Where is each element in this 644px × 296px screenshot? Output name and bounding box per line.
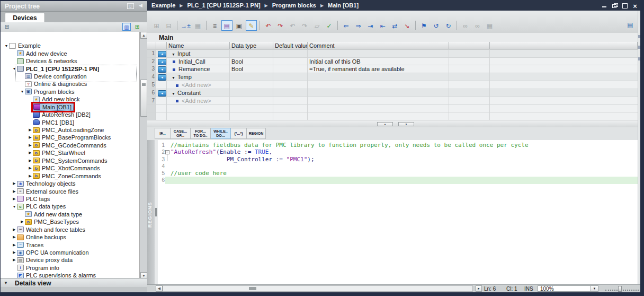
fold-collapse-icon[interactable]: − <box>165 150 169 154</box>
close-icon[interactable]: × <box>632 3 638 8</box>
expander-closed-icon[interactable]: ▶ <box>28 128 33 132</box>
code-line[interactable]: 3 PM_Controller := "PMC1"); <box>158 156 640 163</box>
cell-name[interactable]: ▼Constant <box>167 89 230 97</box>
code-line[interactable]: 1//maintains fieldbus data for PMC libra… <box>158 142 640 149</box>
indent-icon[interactable]: ⇥ <box>365 20 376 31</box>
expander-closed-icon[interactable]: ▶ <box>28 174 33 178</box>
tree-item-add-new-data-type[interactable]: ★Add new data type <box>1 211 140 218</box>
cell-comment[interactable] <box>308 73 449 81</box>
cell-comment[interactable] <box>308 81 449 89</box>
cell-datatype[interactable]: Bool <box>230 58 273 65</box>
tree-item-technology-objects[interactable]: ▶∗Technology objects <box>1 180 140 187</box>
tree-item-traces[interactable]: ▶~Traces <box>1 241 140 248</box>
expander-open-icon[interactable]: ▼ <box>12 67 17 71</box>
tree-item-pmc-zonecommands[interactable]: ▶bPMC_ZoneCommands <box>1 172 140 179</box>
zoom-slider[interactable] <box>605 288 639 291</box>
table-row[interactable]: 3◂RemanenceBool=True, if remanent data a… <box>147 65 638 73</box>
cell-name[interactable]: ▼Temp <box>167 73 230 81</box>
tree-item-pmc1-db1[interactable]: PMC1 [DB1] <box>1 118 140 126</box>
expander-closed-icon[interactable]: ▶ <box>28 135 33 140</box>
tree-item-add-new-device[interactable]: ★Add new device <box>1 49 140 57</box>
expander-closed-icon[interactable]: ▶ <box>12 228 17 232</box>
snippet-tab-[interactable]: (*...*) <box>231 128 247 139</box>
tree-filter-icon[interactable]: ⊞ <box>3 23 11 31</box>
cell-comment[interactable] <box>308 50 449 57</box>
tree-item-pmc-basetypes[interactable]: ▶bPMC_BaseTypes <box>1 218 140 225</box>
cell-default-value[interactable] <box>273 50 308 57</box>
tree-item-pmc-baseprogramblocks[interactable]: ▶bPMC_BaseProgramBlocks <box>1 134 140 141</box>
tab-devices[interactable]: Devices <box>5 13 45 23</box>
tree-item-add-new-block[interactable]: ★Add new block <box>1 95 140 103</box>
cell-default-value[interactable] <box>273 65 308 73</box>
breadcrumb-item[interactable]: Program blocks <box>272 2 316 8</box>
tree-item-main-ob1[interactable]: Main [OB1] <box>1 103 140 111</box>
cell-datatype[interactable] <box>230 81 273 89</box>
expander-closed-icon[interactable]: ▶ <box>12 243 17 247</box>
code-line[interactable]: 2−"AutoRefresh"(Enable := TRUE, <box>158 149 640 155</box>
snippets-icon[interactable]: ✎ <box>246 20 257 31</box>
hscroll-thumb[interactable] <box>249 287 256 290</box>
cell-name[interactable]: <Add new> <box>167 81 230 89</box>
tree-item-device-proxy-data[interactable]: ▶▤Device proxy data <box>1 256 140 264</box>
scroll-up-icon[interactable]: ▲ <box>140 32 147 39</box>
table-row[interactable]: 2◂Initial_CallBoolInitial call of this O… <box>147 58 638 66</box>
cell-name[interactable]: <Add new> <box>167 97 230 105</box>
tree-item-opc-ua-communication[interactable]: ▶◉OPC UA communication <box>1 249 140 256</box>
expander-open-icon[interactable]: ▼ <box>4 44 9 48</box>
cell-datatype[interactable]: Bool <box>230 65 273 73</box>
split-editor-icon[interactable]: ▤ <box>625 21 635 29</box>
restore-down-icon[interactable] <box>612 3 618 8</box>
tree-item-external-source-files[interactable]: ▶≡External source files <box>1 187 140 195</box>
tree-item-plc-tags[interactable]: ▶PLC tags <box>1 195 140 203</box>
tree-item-pmc-autoloadingzone[interactable]: ▶bPMC_AutoLoadingZone <box>1 126 140 134</box>
snippet-tab-caseof[interactable]: CASE... OF... <box>171 128 191 139</box>
redo-icon[interactable]: ↷ <box>275 20 286 31</box>
hscroll-left-icon[interactable]: ◀ <box>156 285 163 292</box>
expander-open-icon[interactable]: ▼ <box>20 90 25 93</box>
cell-datatype[interactable] <box>230 89 273 97</box>
panel-maximize-icon[interactable]: ▯ <box>127 3 134 9</box>
tree-item-plc-data-types[interactable]: ▼cPLC data types <box>1 203 140 210</box>
goto-next-icon[interactable]: ⇒ <box>353 20 364 31</box>
code-current-line[interactable]: 6 <box>158 177 640 184</box>
absolute-operands-icon[interactable]: ≡ <box>209 20 220 31</box>
undo-icon[interactable]: ↶ <box>263 20 274 31</box>
add-row-icon[interactable]: →± <box>180 20 191 31</box>
regions-tab[interactable]: REGIONS <box>147 196 155 233</box>
outdent-icon[interactable]: ⇤ <box>377 20 388 31</box>
format-icon[interactable]: ⇄ <box>389 20 400 31</box>
minimize-icon[interactable] <box>602 3 607 8</box>
expander-closed-icon[interactable]: ▶ <box>12 250 17 255</box>
expander-closed-icon[interactable]: ▶ <box>28 166 33 170</box>
cell-default-value[interactable] <box>273 97 308 105</box>
next-bookmark-icon[interactable]: ↻ <box>443 20 454 31</box>
group-expander-open-icon[interactable]: ▼ <box>172 53 175 56</box>
status-expand-icon[interactable]: ▸ <box>476 285 482 292</box>
cell-default-value[interactable] <box>273 58 308 65</box>
tree-item-device-configuration[interactable]: ▥Device configuration <box>1 73 140 80</box>
expander-closed-icon[interactable]: ▶ <box>12 197 17 201</box>
tree-item-autorefresh-db2[interactable]: AutoRefresh [DB2] <box>1 111 140 118</box>
snippet-tab-if[interactable]: IF... <box>155 128 171 139</box>
expand-collapse-icon[interactable]: ▣ <box>234 20 245 31</box>
tree-item-pmc-systemcommands[interactable]: ▶bPMC_SystemCommands <box>1 157 140 164</box>
cell-default-value[interactable] <box>273 89 308 97</box>
breadcrumb-item[interactable]: Main [OB1] <box>328 2 359 8</box>
snippet-tab-region[interactable]: REGION <box>247 128 266 139</box>
cell-datatype[interactable] <box>230 97 273 105</box>
table-row[interactable]: 4◂▼Temp <box>147 73 638 81</box>
expander-closed-icon[interactable]: ▶ <box>12 189 17 194</box>
tree-item-example[interactable]: ▼Example <box>1 42 140 49</box>
maximize-icon[interactable] <box>622 3 628 8</box>
panel-collapse-icon[interactable]: ◀ <box>137 3 144 9</box>
tree-item-pmc-gcodecommands[interactable]: ▶bPMC_GCodeCommands <box>1 142 140 149</box>
code-line[interactable]: 5//user code here <box>158 170 640 177</box>
cell-comment[interactable] <box>308 89 449 97</box>
cell-name[interactable]: Remanence <box>167 65 230 73</box>
tree-item-devices-networks[interactable]: Devices & networks <box>1 57 140 65</box>
tree-item-online-backups[interactable]: ▶Online backups <box>1 233 140 241</box>
tree-item-program-info[interactable]: iProgram info <box>1 264 140 272</box>
expander-closed-icon[interactable]: ▶ <box>20 220 25 224</box>
table-row[interactable]: 1◂▼Input <box>147 50 638 58</box>
cell-comment[interactable]: =True, if remanent data are available <box>308 65 449 73</box>
